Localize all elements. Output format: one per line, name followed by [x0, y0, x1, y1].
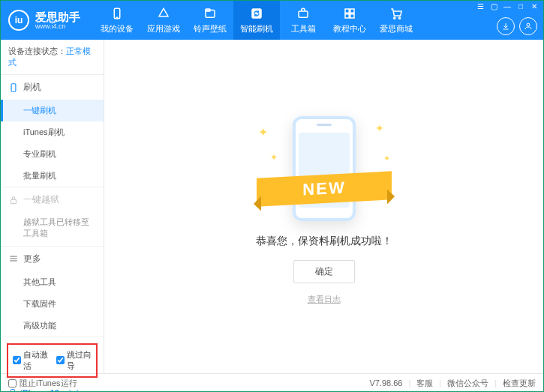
checkbox-input[interactable]: [13, 356, 21, 364]
nav-tutorials[interactable]: 教程中心: [326, 1, 373, 40]
phone-icon: [110, 7, 124, 20]
app-header: iu 爱思助手 www.i4.cn 我的设备 应用游戏 铃声壁纸 智能刷机 工具…: [1, 1, 543, 40]
section-label: 更多: [23, 253, 41, 265]
nav-label: 爱思商城: [380, 23, 413, 34]
check-update-link[interactable]: 检查更新: [503, 378, 536, 389]
logo-icon: iu: [8, 10, 29, 31]
wechat-link[interactable]: 微信公众号: [447, 378, 488, 389]
grid-icon: [343, 7, 356, 20]
sparkle-icon: ✦: [270, 152, 278, 163]
svg-rect-9: [350, 13, 354, 17]
logo: iu 爱思助手 www.i4.cn: [1, 10, 88, 31]
close-icon[interactable]: ✕: [528, 2, 540, 10]
nav-store[interactable]: 爱思商城: [373, 1, 419, 40]
menu-icon: [8, 253, 19, 264]
status-label: 设备连接状态：: [8, 46, 66, 55]
cart-icon: [389, 7, 403, 20]
checkbox-input[interactable]: [56, 356, 65, 364]
nav-label: 应用游戏: [147, 23, 180, 34]
sparkle-icon: ✦: [383, 154, 390, 163]
nav-label: 教程中心: [333, 23, 366, 34]
maximize-icon[interactable]: □: [515, 2, 527, 10]
svg-rect-8: [345, 13, 349, 17]
section-flash[interactable]: 刷机: [1, 75, 104, 100]
header-actions: [497, 17, 537, 35]
ok-button[interactable]: 确定: [293, 260, 355, 283]
nav-toolbox[interactable]: 工具箱: [280, 1, 326, 40]
nav-label: 工具箱: [291, 23, 316, 34]
device-name: iPhone 12 mini: [20, 388, 79, 392]
checkbox-label: 阻止iTunes运行: [20, 378, 77, 389]
view-log-link[interactable]: 查看日志: [308, 294, 341, 305]
new-ribbon: NEW: [257, 171, 392, 206]
svg-rect-5: [299, 11, 308, 17]
checkbox-block-itunes[interactable]: 阻止iTunes运行: [8, 378, 77, 389]
sidebar-item-itunes-flash[interactable]: iTunes刷机: [1, 121, 104, 143]
svg-rect-6: [345, 9, 349, 13]
nav-label: 铃声壁纸: [194, 23, 227, 34]
device-name-row[interactable]: iPhone 12 mini: [8, 388, 96, 392]
options-box: 自动激活 跳过向导: [7, 343, 98, 378]
success-message: 恭喜您，保资料刷机成功啦！: [256, 235, 392, 248]
nav-label: 我的设备: [101, 23, 134, 34]
top-nav: 我的设备 应用游戏 铃声壁纸 智能刷机 工具箱 教程中心 爱思商城: [94, 1, 419, 40]
nav-flash[interactable]: 智能刷机: [233, 1, 280, 40]
sidebar-item-pro-flash[interactable]: 专业刷机: [1, 143, 104, 165]
skin-icon[interactable]: ▢: [488, 2, 500, 10]
nav-ringtones[interactable]: 铃声壁纸: [187, 1, 233, 40]
svg-point-10: [394, 16, 395, 18]
window-controls: ☰ ▢ — □ ✕: [474, 2, 540, 10]
sidebar: 设备连接状态：正常模式 刷机 一键刷机 iTunes刷机 专业刷机 批量刷机 一…: [1, 40, 104, 373]
svg-rect-13: [11, 83, 16, 91]
svg-point-11: [398, 16, 400, 18]
section-label: 刷机: [23, 81, 41, 94]
checkbox-label: 跳过向导: [67, 349, 92, 372]
svg-rect-14: [11, 199, 17, 203]
svg-rect-7: [350, 9, 354, 13]
device-status: 设备连接状态：正常模式: [1, 40, 104, 75]
phone-illustration: [293, 116, 356, 221]
section-label: 一键越狱: [23, 193, 59, 206]
user-icon: [524, 22, 533, 31]
sidebar-item-other-tools[interactable]: 其他工具: [1, 271, 104, 293]
checkbox-auto-activate[interactable]: 自动激活: [13, 349, 49, 372]
svg-rect-4: [251, 8, 262, 19]
toolbox-icon: [296, 7, 310, 20]
support-link[interactable]: 客服: [416, 378, 433, 389]
phone-icon: [8, 388, 17, 392]
checkbox-label: 自动激活: [23, 349, 49, 372]
nav-apps[interactable]: 应用游戏: [140, 1, 187, 40]
section-jailbreak: 一键越狱: [1, 187, 104, 212]
refresh-icon: [250, 7, 263, 20]
lock-icon: [8, 195, 19, 205]
download-button[interactable]: [497, 17, 515, 35]
minimize-icon[interactable]: —: [501, 2, 513, 10]
checkbox-input[interactable]: [8, 379, 17, 388]
user-button[interactable]: [519, 17, 537, 35]
folder-icon: [203, 7, 217, 20]
sidebar-item-batch-flash[interactable]: 批量刷机: [1, 165, 104, 187]
main-content: ✦ ✦ ✦ ✦ NEW 恭喜您，保资料刷机成功啦！ 确定 查看日志: [104, 40, 543, 373]
sidebar-item-oneclick-flash[interactable]: 一键刷机: [1, 100, 104, 121]
section-more[interactable]: 更多: [1, 247, 104, 271]
success-illustration: ✦ ✦ ✦ ✦ NEW: [257, 109, 392, 221]
version-label: V7.98.66: [369, 379, 402, 388]
svg-point-12: [527, 23, 530, 26]
download-icon: [501, 22, 510, 31]
svg-rect-18: [11, 389, 15, 392]
checkbox-skip-wizard[interactable]: 跳过向导: [56, 349, 92, 372]
menu-icon[interactable]: ☰: [474, 2, 486, 10]
phone-icon: [8, 82, 19, 93]
sidebar-item-advanced[interactable]: 高级功能: [1, 315, 104, 337]
sparkle-icon: ✦: [375, 122, 384, 134]
app-name: 爱思助手: [35, 11, 80, 22]
app-site: www.i4.cn: [35, 22, 80, 30]
nav-my-device[interactable]: 我的设备: [94, 1, 140, 40]
jailbreak-tip: 越狱工具已转移至工具箱: [1, 212, 104, 246]
sidebar-item-download-fw[interactable]: 下载固件: [1, 293, 104, 315]
sparkle-icon: ✦: [258, 125, 268, 139]
nav-label: 智能刷机: [240, 23, 273, 34]
apps-icon: [157, 7, 170, 20]
